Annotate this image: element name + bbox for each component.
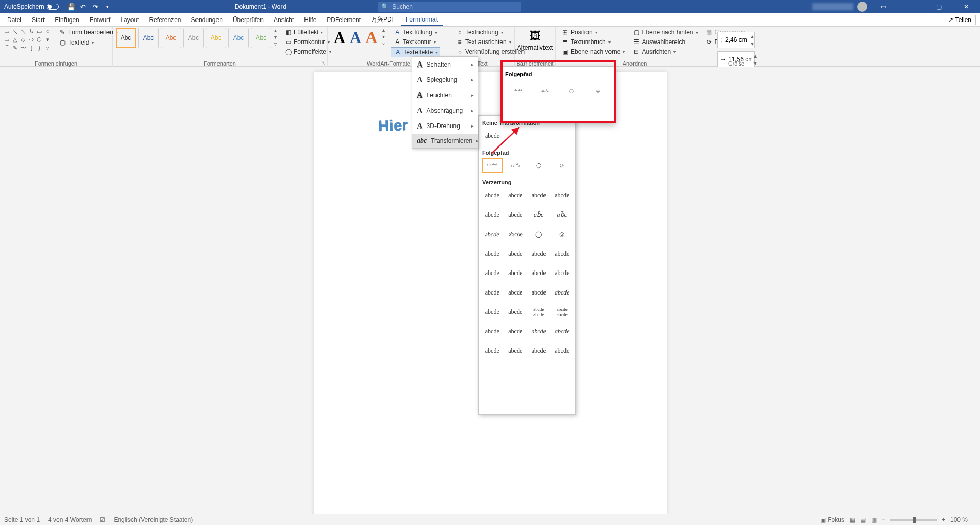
view-print-icon[interactable]: ▦	[850, 516, 855, 523]
shape-effects-button[interactable]: ◯Formeffekte	[282, 47, 333, 56]
style-preset[interactable]: Abc	[183, 28, 204, 48]
warp-preset[interactable]: abcde	[481, 226, 504, 242]
warp-preset[interactable]: abcde	[482, 304, 503, 320]
warp-preset[interactable]: abcde	[482, 207, 503, 222]
tab-formformat[interactable]: Formformat	[401, 14, 443, 26]
ribbon-display-icon[interactable]: ▭	[872, 0, 895, 13]
warp-preset[interactable]: abcde	[482, 187, 503, 203]
warp-preset[interactable]: abcde	[506, 246, 526, 261]
wordart-style-gallery[interactable]: A A A ▴▾▿	[331, 28, 388, 48]
wave-shape-icon[interactable]: 〜	[19, 44, 27, 51]
more-shapes-icon[interactable]: ▾	[44, 36, 51, 43]
gallery-more-button[interactable]: ▴▾▿	[274, 28, 277, 48]
warp-preset[interactable]: abcde	[552, 343, 573, 359]
dialog-launcher-icon[interactable]: ⤡	[753, 60, 757, 66]
rect-shape-icon[interactable]: ▭	[36, 28, 43, 35]
qat-dropdown-icon[interactable]: ▾	[104, 3, 112, 11]
account-name[interactable]	[812, 3, 853, 10]
brace-shape-icon[interactable]: }	[36, 44, 43, 51]
warp-preset[interactable]: ab᷉c	[552, 207, 573, 222]
shape-fill-button[interactable]: ◧Fülleffekt	[282, 28, 333, 37]
fx-3d-rotation[interactable]: A3D-Drehung▸	[412, 118, 478, 134]
warp-preset[interactable]: abcde	[529, 343, 549, 359]
warp-preset[interactable]: abcde	[529, 285, 549, 300]
tab-referenzen[interactable]: Referenzen	[144, 14, 186, 26]
undo-icon[interactable]: ↶	[79, 3, 88, 11]
tab-start[interactable]: Start	[27, 14, 50, 26]
warp-preset[interactable]: abcde	[506, 207, 526, 222]
gallery-more-button[interactable]: ▴▾▿	[382, 28, 385, 48]
text-effects-button[interactable]: ATexteffekte	[391, 47, 440, 57]
word-count[interactable]: 4 von 4 Wörtern	[48, 516, 92, 523]
warp-preset[interactable]: abcdeabcde	[529, 304, 549, 320]
wordart-preset[interactable]: A	[350, 28, 361, 47]
warp-preset[interactable]: abcde	[552, 285, 573, 300]
warp-preset[interactable]: abcde	[482, 246, 503, 261]
style-preset[interactable]: Abc	[251, 28, 271, 48]
style-preset[interactable]: Abc	[228, 28, 249, 48]
align-button[interactable]: ⊟Ausrichten	[630, 47, 700, 56]
redo-icon[interactable]: ↷	[92, 3, 100, 11]
oval-shape-icon[interactable]: ○	[44, 28, 51, 35]
tab-sendungen[interactable]: Sendungen	[186, 14, 228, 26]
line-shape-icon[interactable]: ＼	[19, 28, 27, 35]
warp-preset[interactable]: abcde	[552, 246, 573, 261]
autosave-toggle[interactable]: AutoSpeichern	[4, 3, 59, 10]
transform-path-circle[interactable]: ◯	[529, 158, 549, 173]
search-input[interactable]: 🔍 Suchen	[378, 2, 521, 12]
zoom-in-button[interactable]: +	[942, 516, 945, 523]
page-indicator[interactable]: Seite 1 von 1	[4, 516, 40, 523]
position-button[interactable]: ⊞Position	[559, 28, 627, 37]
zoom-level[interactable]: 100 %	[950, 516, 968, 523]
tab-wanxing[interactable]: 万兴PDF	[366, 13, 401, 26]
shapes-gallery[interactable]: ▭ ＼ ＼ ↳ ▭ ○ ▭ △ ◇ ⇨ ⬡ ▾ ⌒ ✎ 〜 { } ▿	[3, 28, 51, 51]
warp-preset[interactable]: abcde	[529, 246, 549, 261]
fx-shadow[interactable]: ASchatten▸	[412, 57, 478, 72]
send-backward-button[interactable]: ▢Ebene nach hinten	[630, 28, 700, 37]
style-preset[interactable]: Abc	[206, 28, 226, 48]
more-shapes-icon[interactable]: ▿	[44, 44, 51, 51]
tab-pdfelement[interactable]: PDFelement	[321, 14, 366, 26]
text-direction-button[interactable]: ↕Textrichtung	[453, 28, 505, 37]
warp-preset[interactable]: abcde	[529, 265, 549, 281]
zoom-slider[interactable]	[890, 519, 937, 521]
tab-einfuegen[interactable]: Einfügen	[50, 14, 84, 26]
warp-preset[interactable]: abcde	[529, 187, 549, 203]
shape-outline-button[interactable]: ▭Formkontur	[282, 37, 333, 47]
connector-shape-icon[interactable]: ↳	[28, 28, 35, 35]
transform-path-button[interactable]: ◎	[552, 158, 573, 173]
tab-hilfe[interactable]: Hilfe	[299, 14, 321, 26]
tab-layout[interactable]: Layout	[115, 14, 144, 26]
wrap-text-button[interactable]: ≣Textumbruch	[559, 37, 627, 47]
fx-transform[interactable]: abcTransformieren▸	[412, 134, 478, 148]
rect-shape-icon[interactable]: ▭	[3, 36, 10, 43]
selection-pane-button[interactable]: ☰Auswahlbereich	[630, 37, 700, 47]
warp-preset[interactable]: abcde	[506, 343, 526, 359]
spinner-icon[interactable]: ▴▾	[751, 33, 754, 47]
warp-preset[interactable]: abcde	[506, 304, 526, 320]
share-button[interactable]: ↗ Teilen	[944, 15, 976, 25]
textbox-shape-icon[interactable]: ▭	[3, 28, 10, 35]
warp-preset[interactable]: abcde	[504, 226, 527, 242]
line-shape-icon[interactable]: ＼	[11, 28, 18, 35]
dialog-launcher-icon[interactable]: ⤡	[322, 60, 326, 66]
warp-preset[interactable]: abcdeabcde	[552, 304, 573, 320]
warp-preset[interactable]: abcde	[506, 265, 526, 281]
spell-check-icon[interactable]: ☑	[100, 516, 105, 523]
fx-glow[interactable]: ALeuchten▸	[412, 88, 478, 103]
text-fill-button[interactable]: ATextfüllung	[391, 28, 440, 37]
warp-preset[interactable]: abcde	[482, 285, 503, 300]
warp-preset[interactable]: ab᷉c	[529, 207, 549, 222]
warp-preset[interactable]: abcde	[482, 324, 503, 339]
fx-bevel[interactable]: AAbschrägung▸	[412, 103, 478, 118]
arrow-shape-icon[interactable]: ⇨	[28, 36, 35, 43]
avatar[interactable]	[857, 2, 867, 12]
tab-datei[interactable]: Datei	[2, 14, 27, 26]
focus-mode-button[interactable]: ▣ Fokus	[820, 516, 844, 523]
maximize-button[interactable]: ▢	[927, 0, 950, 13]
view-read-icon[interactable]: ▤	[860, 516, 866, 523]
shape-style-gallery[interactable]: Abc Abc Abc Abc Abc Abc Abc ▴▾▿	[116, 28, 277, 48]
warp-preset[interactable]: abcde	[506, 187, 526, 203]
style-preset[interactable]: Abc	[116, 28, 136, 48]
warp-preset[interactable]: abcde	[552, 187, 573, 203]
